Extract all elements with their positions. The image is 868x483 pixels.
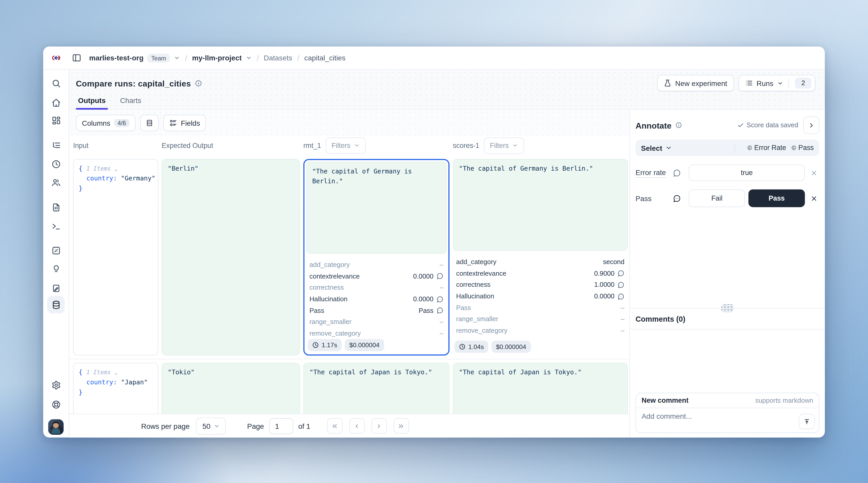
run2-metrics: 1.04s $0.000004 bbox=[453, 338, 628, 355]
chevron-right-icon bbox=[808, 122, 815, 129]
first-page-button[interactable] bbox=[327, 418, 342, 434]
home-icon[interactable] bbox=[49, 96, 62, 109]
comment-bubble-icon[interactable] bbox=[617, 281, 624, 289]
breadcrumb-org[interactable]: marlies-test-org bbox=[89, 54, 144, 62]
cost-pill: $0.000004 bbox=[492, 340, 530, 353]
tab-bar: Outputs Charts bbox=[76, 96, 815, 109]
chevron-down-icon[interactable] bbox=[246, 55, 252, 61]
breadcrumb-datasets[interactable]: Datasets bbox=[264, 54, 292, 62]
dashboard-icon[interactable] bbox=[49, 114, 62, 127]
comment-bubble-icon[interactable] bbox=[673, 169, 681, 177]
sidebar-toggle-button[interactable] bbox=[69, 51, 84, 65]
playground-terminal-icon[interactable] bbox=[49, 219, 62, 233]
input-cell[interactable]: { 1 Items ⌄ country: "Japan" } bbox=[73, 363, 158, 414]
datasets-database-icon[interactable] bbox=[47, 296, 65, 314]
cost-pill: $0.000004 bbox=[345, 339, 384, 351]
breadcrumb-dataset-name[interactable]: capital_cities bbox=[304, 54, 345, 62]
row-height-button[interactable] bbox=[140, 115, 159, 131]
error-rate-label: Error rate bbox=[636, 168, 666, 177]
logo-icon bbox=[52, 53, 61, 62]
info-icon[interactable] bbox=[675, 122, 682, 128]
search-icon[interactable] bbox=[49, 77, 62, 90]
run1-output-text: "The capital of Japan is Tokyo." bbox=[304, 363, 450, 414]
tab-charts[interactable]: Charts bbox=[118, 96, 144, 109]
breadcrumb-separator: / bbox=[296, 54, 300, 62]
drag-handle[interactable] bbox=[721, 304, 733, 312]
app-logo bbox=[43, 53, 69, 62]
input-cell[interactable]: { 1 Items ⌄ country: "Germany" } bbox=[73, 159, 158, 356]
markdown-hint: supports markdown bbox=[755, 396, 813, 404]
run2-output-cell[interactable]: "The capital of Japan is Tokyo." bbox=[453, 363, 628, 414]
chevrons-left-icon bbox=[331, 422, 338, 429]
collapse-panel-button[interactable] bbox=[803, 116, 819, 134]
columns-button[interactable]: Columns 4/6 bbox=[76, 115, 135, 131]
lightbulb-icon[interactable] bbox=[49, 263, 62, 276]
comment-bubble-icon[interactable] bbox=[617, 270, 624, 277]
next-page-button[interactable] bbox=[371, 418, 387, 434]
submit-comment-button[interactable] bbox=[799, 414, 815, 429]
support-lifebuoy-icon[interactable] bbox=[49, 397, 62, 411]
user-avatar[interactable] bbox=[48, 419, 64, 435]
run2-filters-button[interactable]: Filters bbox=[484, 137, 524, 154]
prev-page-button[interactable] bbox=[349, 418, 365, 434]
comment-bubble-icon[interactable] bbox=[436, 273, 443, 280]
page-number-input[interactable] bbox=[269, 418, 293, 434]
chevron-right-icon bbox=[375, 422, 383, 429]
pass-option-pass-button[interactable]: Pass bbox=[748, 189, 805, 207]
sessions-clock-icon[interactable] bbox=[49, 157, 62, 170]
rows-per-page-select[interactable]: 50 bbox=[196, 417, 226, 435]
run2-output-text: "The capital of Japan is Tokyo." bbox=[453, 363, 628, 414]
comment-textarea[interactable]: Add comment... bbox=[636, 408, 819, 432]
score-select-dropdown[interactable]: Select bbox=[641, 144, 672, 152]
panel-resize-divider bbox=[630, 308, 825, 308]
error-rate-value-input[interactable] bbox=[689, 164, 805, 181]
row-separator bbox=[69, 359, 629, 359]
score-chip-error-rate[interactable]: ©Error Rate bbox=[747, 144, 786, 152]
desktop: marlies-test-org Team / my-llm-project /… bbox=[0, 0, 868, 483]
fields-button[interactable]: Fields bbox=[163, 115, 206, 131]
clock-icon bbox=[312, 342, 319, 349]
comment-bubble-icon[interactable] bbox=[617, 293, 624, 300]
runs-button[interactable]: Runs 2 bbox=[738, 75, 815, 91]
comment-bubble-dots-icon[interactable] bbox=[673, 194, 681, 202]
run1-filters-button[interactable]: Filters bbox=[326, 137, 366, 154]
run1-output-text: "The capital of Germany is Berlin." bbox=[306, 161, 447, 253]
categorical-score-icon: © bbox=[792, 145, 796, 151]
row-height-icon bbox=[145, 119, 153, 127]
info-icon[interactable] bbox=[195, 80, 202, 87]
run2-output-cell[interactable]: "The capital of Germany is Berlin." add_… bbox=[453, 159, 628, 356]
expected-output-cell[interactable]: "Berlin" bbox=[161, 159, 300, 356]
runs-table: Columns 4/6 Fields bbox=[69, 110, 629, 437]
tab-outputs[interactable]: Outputs bbox=[76, 96, 108, 109]
clear-error-rate-button[interactable] bbox=[808, 169, 819, 176]
annotation-clipboard-pen-icon[interactable] bbox=[49, 281, 62, 295]
panel-left-icon bbox=[72, 53, 81, 62]
run1-output-cell-selected[interactable]: "The capital of Germany is Berlin." add_… bbox=[304, 159, 450, 356]
evaluation-percent-icon[interactable] bbox=[49, 244, 62, 257]
score-row-error-rate: Error rate bbox=[636, 164, 819, 181]
score-chip-pass[interactable]: ©Pass bbox=[792, 144, 814, 152]
run2-scores-list: add_categorysecond contextrelevance0.900… bbox=[453, 251, 628, 338]
sidebar bbox=[43, 70, 69, 437]
comment-placeholder: Add comment... bbox=[642, 412, 692, 420]
main-area: Compare runs: capital_cities New experim… bbox=[69, 70, 825, 437]
latency-pill: 1.04s bbox=[454, 340, 488, 353]
breadcrumb-project[interactable]: my-llm-project bbox=[192, 54, 242, 62]
x-icon bbox=[810, 194, 817, 202]
prompts-file-code-icon[interactable] bbox=[49, 201, 62, 214]
app-window: marlies-test-org Team / my-llm-project /… bbox=[43, 47, 825, 437]
score-select-bar: Select ©Error Rate ©Pass bbox=[636, 140, 819, 156]
chevron-down-icon[interactable] bbox=[174, 55, 180, 61]
comment-bubble-icon[interactable] bbox=[436, 296, 443, 303]
last-page-button[interactable] bbox=[393, 418, 409, 434]
comment-bubble-icon[interactable] bbox=[436, 307, 443, 314]
expected-output-cell[interactable]: "Tokio" bbox=[161, 363, 300, 414]
clear-pass-button[interactable] bbox=[808, 194, 819, 202]
run1-output-cell[interactable]: "The capital of Japan is Tokyo." bbox=[304, 363, 450, 414]
users-icon[interactable] bbox=[49, 176, 62, 189]
traces-list-tree-icon[interactable] bbox=[49, 139, 62, 152]
pass-option-fail-button[interactable]: Fail bbox=[689, 189, 745, 207]
score-row-pass: Pass Fail Pass bbox=[636, 189, 819, 207]
settings-gear-icon[interactable] bbox=[49, 378, 62, 391]
new-experiment-button[interactable]: New experiment bbox=[657, 75, 734, 91]
